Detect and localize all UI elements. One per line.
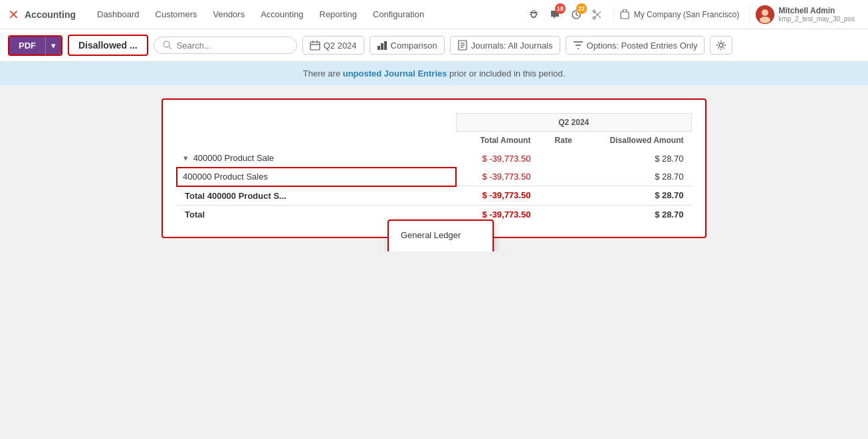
context-menu-item-general-ledger[interactable]: General Ledger <box>389 225 492 245</box>
row-group-label: ▾ 400000 Product Sale <box>177 149 456 168</box>
disallowed-label: Disallowed ... <box>68 35 148 56</box>
report-table: Q2 2024 Total Amount Rate Disallowed Amo… <box>176 113 692 223</box>
banner-text-after: prior or included in this period. <box>447 69 565 78</box>
chat-icon-btn[interactable]: 18 <box>547 6 563 23</box>
col-account-header <box>177 132 456 150</box>
search-input[interactable] <box>177 41 288 51</box>
journals-icon <box>457 40 468 51</box>
svg-point-3 <box>762 9 768 16</box>
table-row: ▾ 400000 Product Sale $ -39,773.50 $ 28.… <box>177 149 692 168</box>
comparison-label: Comparison <box>391 41 437 51</box>
row-group-label-text: 400000 Product Sale <box>193 153 274 163</box>
gear-icon <box>716 40 726 51</box>
svg-rect-11 <box>378 46 380 50</box>
pdf-button-group: PDF ▾ <box>8 35 62 56</box>
q2-filter-label: Q2 2024 <box>324 41 357 51</box>
row-sub-total: $ -39,773.50 <box>456 168 538 186</box>
context-menu-item-journal-items[interactable]: Journal Items <box>389 245 492 251</box>
row-sub-label-text: 400000 Product Sales <box>183 172 268 182</box>
user-db: kmp_2_test_may_30_pos <box>778 15 855 23</box>
col-total-header: Total Amount <box>456 132 538 150</box>
chat-badge: 18 <box>555 3 566 14</box>
menu-item-accounting[interactable]: Accounting <box>253 5 311 23</box>
row-total-group-total: $ -39,773.50 <box>456 186 538 206</box>
menu-item-vendors[interactable]: Vendors <box>205 5 253 23</box>
company-info[interactable]: My Company (San Francisco) <box>613 7 745 23</box>
row-sub-disallowed: $ 28.70 <box>580 168 692 186</box>
svg-line-6 <box>169 47 171 50</box>
col-rate-header: Rate <box>538 132 580 150</box>
calendar-icon <box>310 40 320 51</box>
info-banner: There are unposted Journal Entries prior… <box>0 62 868 85</box>
app-name: Accounting <box>25 9 76 20</box>
report-card: Q2 2024 Total Amount Rate Disallowed Amo… <box>162 98 706 238</box>
clock-icon-btn[interactable]: 22 <box>568 6 584 23</box>
svg-rect-1 <box>621 12 629 19</box>
top-navigation: ✕ Accounting Dashboard Customers Vendors… <box>0 0 868 29</box>
pdf-dropdown-button[interactable]: ▾ <box>45 37 61 55</box>
settings-button[interactable] <box>710 36 732 55</box>
topnav-icons: 18 22 My Company (San Francisco) Mitchel… <box>526 3 860 27</box>
user-info[interactable]: Mitchell Admin kmp_2_test_may_30_pos <box>750 3 860 27</box>
banner-text-before: There are <box>303 69 343 78</box>
chevron-down-icon[interactable]: ▾ <box>183 153 188 163</box>
company-name: My Company (San Francisco) <box>634 10 740 19</box>
menu-item-customers[interactable]: Customers <box>148 5 205 23</box>
chart-icon <box>377 40 387 51</box>
col-disallowed-header: Disallowed Amount <box>580 132 692 150</box>
menu-item-dashboard[interactable]: Dashboard <box>89 5 148 23</box>
main-menu: Dashboard Customers Vendors Accounting R… <box>89 5 432 23</box>
scissors-icon-btn[interactable] <box>590 6 605 23</box>
clock-badge: 22 <box>576 3 587 14</box>
row-sub-rate <box>538 168 580 186</box>
bug-icon-btn[interactable] <box>526 6 542 23</box>
row-group-rate <box>538 149 580 168</box>
q2-filter-button[interactable]: Q2 2024 <box>302 36 364 55</box>
col-period-header <box>177 114 456 132</box>
row-total-rate <box>538 205 580 223</box>
context-menu: General Ledger Journal Items Annotate <box>387 220 494 251</box>
journals-button[interactable]: Journals: All Journals <box>450 36 560 55</box>
svg-rect-13 <box>384 41 387 50</box>
svg-rect-12 <box>381 43 383 50</box>
user-name: Mitchell Admin <box>778 6 855 15</box>
search-box <box>154 37 297 54</box>
journals-label: Journals: All Journals <box>471 41 553 51</box>
period-header: Q2 2024 <box>456 114 692 132</box>
row-total-disallowed: $ 28.70 <box>580 205 692 223</box>
table-row: 400000 Product Sales $ -39,773.50 $ 28.7… <box>177 168 692 186</box>
row-sub-label[interactable]: 400000 Product Sales <box>177 168 456 186</box>
app-logo: ✕ <box>8 7 19 23</box>
svg-rect-7 <box>310 42 320 50</box>
row-group-disallowed: $ 28.70 <box>580 149 692 168</box>
row-total-group-disallowed: $ 28.70 <box>580 186 692 206</box>
options-label: Options: Posted Entries Only <box>587 41 698 51</box>
svg-point-4 <box>760 17 770 23</box>
banner-link[interactable]: unposted Journal Entries <box>343 69 447 78</box>
pdf-button[interactable]: PDF <box>9 37 45 55</box>
user-avatar <box>756 5 774 24</box>
user-details: Mitchell Admin kmp_2_test_may_30_pos <box>778 6 855 23</box>
row-total-group-rate <box>538 186 580 206</box>
comparison-button[interactable]: Comparison <box>370 36 445 55</box>
svg-point-5 <box>163 41 169 47</box>
toolbar: PDF ▾ Disallowed ... Q2 2024 Comparison … <box>0 29 868 62</box>
row-total-group-label: Total 400000 Product S... <box>177 186 456 206</box>
menu-item-configuration[interactable]: Configuration <box>365 5 432 23</box>
options-button[interactable]: Options: Posted Entries Only <box>566 36 705 55</box>
menu-item-reporting[interactable]: Reporting <box>312 5 365 23</box>
row-group-total: $ -39,773.50 <box>456 149 538 168</box>
table-row: Total 400000 Product S... $ -39,773.50 $… <box>177 186 692 206</box>
search-icon <box>162 40 173 51</box>
main-content: Q2 2024 Total Amount Rate Disallowed Amo… <box>0 85 868 251</box>
filter-icon <box>573 40 584 51</box>
svg-point-18 <box>719 43 723 47</box>
